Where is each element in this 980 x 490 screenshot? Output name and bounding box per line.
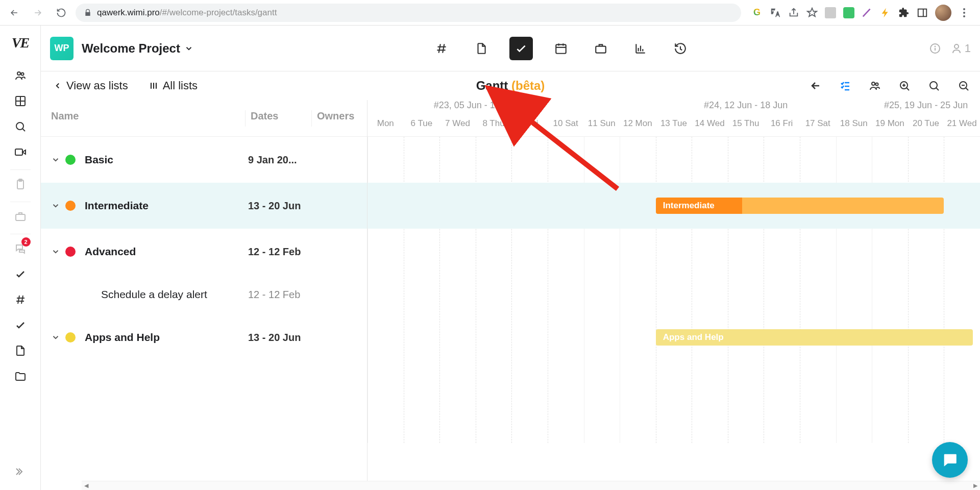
- rail-folder-icon[interactable]: [9, 365, 32, 387]
- column-dates: Dates: [245, 110, 311, 127]
- ext-green-icon[interactable]: [843, 7, 854, 18]
- day-header: 15 Thu: [728, 118, 764, 136]
- tab-calendar-icon[interactable]: [549, 37, 573, 60]
- svg-point-44: [930, 82, 937, 89]
- day-header: 19 Mon: [872, 118, 908, 136]
- intercom-chat-button[interactable]: [932, 442, 968, 478]
- task-row[interactable]: Advanced12 - 12 Feb: [41, 229, 367, 275]
- list-view-button[interactable]: [838, 79, 852, 93]
- tab-briefcase-icon[interactable]: [589, 37, 612, 60]
- svg-point-7: [16, 122, 23, 130]
- tab-history-icon[interactable]: [669, 37, 692, 60]
- svg-line-47: [966, 88, 968, 90]
- zoom-in-button[interactable]: [897, 79, 912, 93]
- rail-check2-icon[interactable]: [9, 314, 32, 336]
- day-header: 13 Tue: [656, 118, 692, 136]
- svg-line-19: [439, 44, 440, 53]
- info-icon[interactable]: [929, 42, 941, 55]
- rail-briefcase-icon[interactable]: [9, 205, 32, 228]
- share-icon[interactable]: [788, 7, 799, 18]
- extensions-icon[interactable]: [898, 7, 910, 18]
- task-dot: [65, 201, 76, 211]
- rail-grid-icon[interactable]: [9, 90, 32, 112]
- svg-rect-25: [596, 46, 606, 53]
- ext-gray-icon[interactable]: [825, 7, 836, 18]
- gantt-row: [368, 229, 980, 275]
- task-date: 13 - 20 Jun: [248, 332, 301, 344]
- browser-reload-button[interactable]: [52, 4, 70, 22]
- all-lists-link[interactable]: All lists: [149, 79, 198, 92]
- tab-tasks-icon[interactable]: [509, 37, 533, 60]
- project-title-dropdown[interactable]: Welcome Project: [82, 41, 193, 56]
- translate-icon[interactable]: [770, 7, 781, 18]
- task-date: 12 - 12 Feb: [248, 289, 300, 301]
- ext-purple-icon[interactable]: [862, 7, 873, 18]
- rail-people-icon[interactable]: [9, 64, 32, 87]
- svg-point-39: [876, 83, 878, 86]
- task-row[interactable]: Apps and Help13 - 20 Jun: [41, 314, 367, 360]
- day-header: 9 Fri: [511, 118, 548, 136]
- gantt-row: [368, 137, 980, 183]
- tab-reports-icon[interactable]: [629, 37, 652, 60]
- svg-line-15: [18, 296, 19, 304]
- chrome-menu-icon[interactable]: [959, 8, 970, 17]
- day-header: 16 Fri: [764, 118, 800, 136]
- task-dot: [65, 332, 76, 342]
- zoom-out-button[interactable]: [957, 79, 971, 93]
- columns-icon: [149, 81, 159, 91]
- scroll-right-icon[interactable]: ▶: [971, 481, 980, 491]
- back-arrow-button[interactable]: [808, 79, 823, 93]
- task-date: 12 - 12 Feb: [248, 246, 301, 258]
- browser-forward-button[interactable]: [29, 4, 47, 22]
- rail-clipboard-icon[interactable]: [9, 173, 32, 195]
- day-header: 20 Tue: [908, 118, 944, 136]
- scroll-left-icon[interactable]: ◀: [82, 481, 91, 491]
- svg-rect-9: [15, 149, 22, 155]
- rail-check-icon[interactable]: [9, 263, 32, 285]
- tab-hash-icon[interactable]: [430, 37, 453, 60]
- horizontal-scrollbar[interactable]: ◀ ▶: [82, 481, 980, 490]
- page-title: Gantt (bêta): [476, 79, 545, 93]
- google-icon[interactable]: G: [751, 7, 763, 18]
- rail-hash-icon[interactable]: [9, 288, 32, 311]
- url-bar[interactable]: qawerk.wimi.pro/#/welcome-project/tasks/…: [76, 4, 741, 22]
- gantt-bar[interactable]: Apps and Help: [656, 329, 973, 346]
- chevron-left-icon: [53, 81, 62, 90]
- panel-icon[interactable]: [917, 7, 928, 18]
- task-name: Basic: [85, 154, 248, 166]
- members-count[interactable]: 1: [950, 42, 971, 55]
- task-row[interactable]: Basic9 Jan 20...: [41, 137, 367, 183]
- rail-chat-icon[interactable]: 2: [9, 237, 32, 260]
- browser-back-button[interactable]: [5, 4, 23, 22]
- chevron-down-icon: [184, 44, 193, 53]
- app-logo[interactable]: VE: [6, 31, 35, 55]
- rail-video-icon[interactable]: [9, 141, 32, 163]
- column-owners: Owners: [311, 110, 367, 127]
- tab-file-icon[interactable]: [470, 37, 493, 60]
- task-row[interactable]: Intermediate13 - 20 Jun: [41, 183, 367, 229]
- day-header: 7 Wed: [439, 118, 476, 136]
- svg-line-41: [906, 88, 909, 90]
- rail-search-icon[interactable]: [9, 115, 32, 138]
- svg-rect-0: [918, 9, 927, 16]
- day-header: Mon: [368, 118, 404, 136]
- svg-rect-21: [556, 44, 567, 53]
- rail-file-icon[interactable]: [9, 339, 32, 362]
- view-as-lists-link[interactable]: View as lists: [53, 79, 128, 92]
- gantt-bar[interactable]: Intermediate: [656, 198, 944, 214]
- team-button[interactable]: [868, 79, 882, 93]
- svg-rect-12: [16, 214, 25, 220]
- rail-expand-icon[interactable]: [9, 460, 32, 483]
- ext-bolt-icon[interactable]: [880, 7, 891, 18]
- chevron-down-icon: [51, 333, 60, 342]
- chevron-down-icon: [51, 201, 60, 210]
- day-header: 11 Sun: [583, 118, 620, 136]
- star-icon[interactable]: [806, 7, 818, 18]
- profile-avatar[interactable]: [935, 5, 951, 21]
- task-row[interactable]: Schedule a delay alert12 - 12 Feb: [41, 275, 367, 314]
- svg-point-2: [17, 72, 20, 75]
- search-button[interactable]: [927, 79, 941, 93]
- chevron-down-icon: [51, 155, 60, 164]
- task-name: Advanced: [85, 246, 248, 258]
- svg-line-8: [22, 129, 25, 131]
